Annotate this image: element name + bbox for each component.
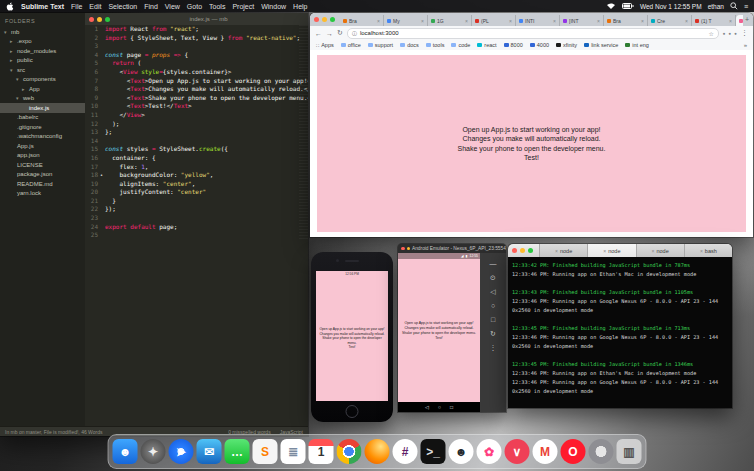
emulator-more-icon[interactable]: ⋮ [490,344,497,351]
dock-icon-terminal[interactable]: >_ [421,439,446,464]
menu-selection[interactable]: Selection [108,3,137,10]
tab-close-icon[interactable]: × [729,18,732,24]
sidebar-item-babelrc[interactable]: .babelrc [0,113,85,123]
dock-icon-trash[interactable]: ▥ [617,439,642,464]
android-back-icon[interactable]: ◁ [425,404,429,410]
reload-icon[interactable]: ↻ [337,29,343,37]
back-icon[interactable]: ← [315,30,322,37]
browser-tab[interactable]: (PL× [472,15,516,26]
sidebar-item-yarn-lock[interactable]: yarn.lock [0,189,85,199]
android-overview-icon[interactable]: □ [450,404,453,410]
dock-icon-firefox[interactable] [365,439,390,464]
menu-project[interactable]: Project [232,3,254,10]
terminal-tab[interactable]: ×node [636,244,684,257]
dock-icon-textedit[interactable]: ≣ [281,439,306,464]
close-window-button[interactable] [512,248,517,253]
bookmark-office[interactable]: office [341,42,361,48]
terminal-content[interactable]: 12:33:42 PM: Finished building JavaScrip… [508,257,732,408]
zoom-window-button[interactable] [528,248,533,253]
browser-tab[interactable]: Bra× [604,15,648,26]
minimize-window-button[interactable] [407,247,411,251]
tab-close-icon[interactable]: × [377,18,380,24]
tab-close-icon[interactable]: × [509,18,512,24]
tab-close-icon[interactable]: × [597,18,600,24]
dock-icon-chrome[interactable] [337,439,362,464]
dock-icon-photos[interactable]: ✿ [477,439,502,464]
tab-close-icon[interactable]: × [652,248,655,254]
sidebar-item-package-json[interactable]: package.json [0,170,85,180]
sidebar-item-watchmanconfig[interactable]: .watchmanconfig [0,132,85,142]
browser-tab[interactable]: mb× [736,15,743,26]
battery-icon[interactable] [622,3,634,9]
close-window-button[interactable] [314,17,319,22]
terminal-tab[interactable]: ×node [587,244,635,257]
sidebar-item-app[interactable]: ▸App [0,84,85,94]
wifi-icon[interactable] [606,2,616,10]
tab-close-icon[interactable]: × [700,248,703,254]
site-info-icon[interactable]: ⓘ [352,30,357,36]
sidebar-item-web[interactable]: ▾web [0,94,85,104]
menu-view[interactable]: View [165,3,180,10]
minimize-window-button[interactable] [520,248,525,253]
bookmarks-overflow-icon[interactable]: » [744,42,747,48]
bookmark-docs[interactable]: docs [400,42,419,48]
sidebar-item-public[interactable]: ▸public [0,56,85,66]
browser-tab[interactable]: Bra× [340,15,384,26]
zoom-window-button[interactable] [330,17,335,22]
emulator-minimize-icon[interactable]: — [490,260,497,267]
sublime-sidebar[interactable]: FOLDERS ▾mb▸.expo▸node_modules▸public▾sr… [0,13,86,427]
dock-icon-github[interactable]: ☻ [449,439,474,464]
bookmark-code[interactable]: code [451,42,470,48]
notification-center-icon[interactable]: ≡ [744,3,748,10]
emulator-power-icon[interactable]: ⊙ [490,274,496,281]
dock-icon-finder[interactable]: ☻ [113,439,138,464]
bookmark-link-service[interactable]: link service [584,42,618,48]
sidebar-item-license[interactable]: LICENSE [0,160,85,170]
menu-find[interactable]: Find [144,3,158,10]
dock-icon-launchpad[interactable]: ✦ [141,439,166,464]
sidebar-item-readme-md[interactable]: README.md [0,179,85,189]
dock-icon-sublime-text[interactable]: S [253,439,278,464]
forward-icon[interactable]: → [326,30,333,37]
bookmark-int-eng[interactable]: int eng [625,42,649,48]
dock-icon-calendar[interactable]: 1 [309,439,334,464]
browser-tab[interactable]: (1) T× [692,15,736,26]
android-home-icon[interactable]: ○ [438,404,441,410]
app-menu-title[interactable]: Sublime Text [21,3,64,10]
browser-tab[interactable]: 1G× [428,15,472,26]
sidebar-item-components[interactable]: ▾components [0,75,85,85]
bookmark-xfinity[interactable]: xfinity [556,42,577,48]
close-window-button[interactable] [401,247,405,251]
menu-window[interactable]: Window [261,3,286,10]
browser-tab[interactable]: Cre× [648,15,692,26]
new-tab-button[interactable]: + [745,16,749,23]
bookmark-tools[interactable]: tools [426,42,445,48]
apple-menu-icon[interactable] [6,2,14,11]
menu-help[interactable]: Help [293,3,307,10]
menu-clock[interactable]: Wed Nov 1 12:55 PM [640,3,702,10]
tab-close-icon[interactable]: × [421,18,424,24]
browser-tab[interactable]: [INT× [560,15,604,26]
tab-close-icon[interactable]: × [465,18,468,24]
bookmark-support[interactable]: support [368,42,393,48]
dock-icon-opera[interactable]: O [561,439,586,464]
dock-icon-safari[interactable]: ➤ [169,439,194,464]
sidebar-item-expo[interactable]: ▸.expo [0,37,85,47]
minimize-window-button[interactable] [322,17,327,22]
emulator-rotate-icon[interactable]: ↻ [490,330,496,337]
tab-close-icon[interactable]: × [685,18,688,24]
terminal-tab[interactable]: ×bash [684,244,732,257]
dock-icon-system-preferences[interactable] [589,439,614,464]
menu-user[interactable]: ethan [708,3,724,10]
bookmark-8000[interactable]: 8000 [504,42,523,48]
menu-edit[interactable]: Edit [89,3,101,10]
dock-icon-gmail[interactable]: M [533,439,558,464]
close-window-button[interactable] [89,17,94,22]
sidebar-item-app-js[interactable]: App.js [0,141,85,151]
browser-tab[interactable]: INTI× [516,15,560,26]
sidebar-item-gitignore[interactable]: .gitignore [0,122,85,132]
emulator-back-icon[interactable]: ◁ [490,288,495,295]
sublime-titlebar[interactable]: index.js — mb [85,13,308,25]
browser-menu-icon[interactable]: ⋮ [741,29,748,37]
iphone-screen[interactable]: 12:56 PM Open up App.js to start working… [316,271,388,401]
